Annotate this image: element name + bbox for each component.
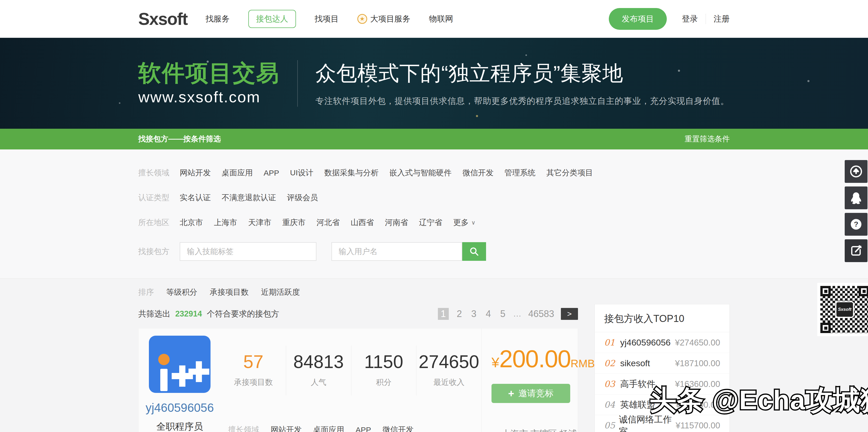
filter-condition-bar: 找接包方——按条件筛选 重置筛选条件 <box>0 129 868 149</box>
nav-item-contractors-active[interactable]: 接包达人 <box>248 10 296 28</box>
page-3[interactable]: 3 <box>470 308 478 319</box>
qq-contact-button[interactable] <box>845 186 867 209</box>
filter-option-region[interactable]: 北京市 <box>180 217 203 228</box>
top10-row[interactable]: 05 诚信网络工作室 ¥115700.00 <box>595 415 730 432</box>
stat-label: 人气 <box>286 377 351 388</box>
filter-label: 认证类型 <box>138 192 180 203</box>
sort-option[interactable]: 等级积分 <box>166 287 197 298</box>
feedback-button[interactable] <box>845 239 867 262</box>
register-link[interactable]: 注册 <box>714 13 730 24</box>
filter-option-skill[interactable]: 其它分类项目 <box>547 167 593 178</box>
hero-divider <box>297 60 298 107</box>
filter-option-region[interactable]: 河南省 <box>385 217 408 228</box>
count-prefix: 共筛选出 <box>138 309 170 318</box>
region-more-link[interactable]: 更多 ∨ <box>453 217 475 228</box>
next-page-button[interactable]: > <box>561 308 578 320</box>
arrow-up-circle-icon <box>849 165 863 178</box>
page-last[interactable]: 46583 <box>528 308 554 319</box>
filter-bar-title: 找接包方——按条件筛选 <box>138 134 221 144</box>
hero-brand-block: 软件项目交易 www.sxsoft.com <box>138 61 280 106</box>
filter-option-cert[interactable]: 评级会员 <box>287 192 318 203</box>
result-count-number: 232914 <box>175 309 202 318</box>
income-amount: ¥116200.00 <box>676 400 720 410</box>
top10-list: 01 yj460596056 ¥274650.00 02 sikesoft ¥1… <box>595 332 730 432</box>
page-2[interactable]: 2 <box>456 308 463 319</box>
more-label: 更多 <box>453 217 469 228</box>
search-button[interactable] <box>462 242 486 261</box>
stat: 1150 积分 <box>351 345 416 396</box>
avatar[interactable] <box>149 336 211 393</box>
nav-item-label: 大项目服务 <box>370 13 410 24</box>
filter-option-skill[interactable]: 嵌入式与智能硬件 <box>390 167 452 178</box>
skill-tag[interactable]: APP <box>355 426 371 432</box>
stats-row: 57 承接项目数 84813 人气 1150 积分 <box>221 345 482 396</box>
login-link[interactable]: 登录 <box>682 13 698 24</box>
back-to-top-button[interactable] <box>845 160 867 183</box>
reset-filters-link[interactable]: 重置筛选条件 <box>685 134 730 144</box>
search-icon <box>469 247 479 256</box>
skill-tag[interactable]: 桌面应用 <box>313 425 344 432</box>
invite-bid-button[interactable]: + 邀请竞标 <box>492 384 570 403</box>
filter-option-skill[interactable]: UI设计 <box>290 167 313 178</box>
rank-number: 01 <box>604 337 620 347</box>
publish-project-button[interactable]: 发布项目 <box>609 8 667 30</box>
sort-options: 等级积分承接项目数近期活跃度 <box>166 287 300 298</box>
rank-number: 02 <box>604 358 620 368</box>
nav-item-find-projects[interactable]: 找项目 <box>315 13 339 24</box>
nav-item-big-project-services[interactable]: ★ 大项目服务 <box>358 13 410 24</box>
hero-site-url: www.sxsoft.com <box>138 88 280 106</box>
count-suffix: 个符合要求的接包方 <box>207 309 279 318</box>
username-search-group <box>332 242 486 261</box>
stat-label: 承接项目数 <box>221 377 286 388</box>
sort-option[interactable]: 近期活跃度 <box>261 287 300 298</box>
filter-option-region[interactable]: 上海市 <box>214 217 237 228</box>
filter-option-skill[interactable]: 管理系统 <box>504 167 535 178</box>
stat-value: 57 <box>221 353 286 371</box>
page-1-active[interactable]: 1 <box>438 308 449 320</box>
skill-tag-input[interactable] <box>180 242 316 261</box>
contractor-role: 全职程序员 <box>156 420 203 432</box>
filter-option-region[interactable]: 山西省 <box>351 217 374 228</box>
filter-option-skill[interactable]: 网站开发 <box>180 167 211 178</box>
filter-option-region[interactable]: 天津市 <box>248 217 271 228</box>
filter-option-region[interactable]: 河北省 <box>316 217 340 228</box>
skill-tag[interactable]: 微信开发 <box>382 425 413 432</box>
stat-label: 最近收入 <box>416 377 482 388</box>
currency-symbol: ¥ <box>492 354 499 370</box>
filter-option-cert[interactable]: 实名认证 <box>180 192 211 203</box>
top10-sidebar: 接包方收入TOP10 01 yj460596056 ¥274650.00 02 … <box>594 304 730 432</box>
income-amount: ¥274650.00 <box>675 338 720 347</box>
contractor-skills-row: 擅长领域 网站开发桌面应用APP微信开发 <box>221 425 482 432</box>
top10-row[interactable]: 04 英雄联盟 ¥116200.00 <box>595 395 730 415</box>
top10-row[interactable]: 02 sikesoft ¥187100.00 <box>595 353 730 374</box>
filter-option-skill[interactable]: 数据采集与分析 <box>324 167 379 178</box>
stat-value: 1150 <box>351 353 416 371</box>
username-input[interactable] <box>332 242 462 261</box>
filter-option-skill[interactable]: APP <box>264 168 279 177</box>
rank-number: 03 <box>604 379 620 389</box>
filter-option-skill[interactable]: 桌面应用 <box>222 167 253 178</box>
hero-slogan-block: 众包模式下的“独立程序员”集聚地 专注软件项目外包，提供项目供求信息，帮助更多优… <box>315 60 729 107</box>
cert-options: 实名认证不满意退款认证评级会员 <box>180 192 318 203</box>
contractor-card: yj460596056 全职程序员 57 承接项目数 <box>138 328 578 432</box>
hero-title: 软件项目交易 <box>138 61 280 86</box>
page-5[interactable]: 5 <box>499 308 507 319</box>
top10-row[interactable]: 01 yj460596056 ¥274650.00 <box>595 332 730 353</box>
top10-row[interactable]: 03 高手软件 ¥163600.00 <box>595 374 730 395</box>
nav-item-iot[interactable]: 物联网 <box>429 13 453 24</box>
contractor-username-link[interactable]: yj460596056 <box>146 401 214 415</box>
filter-option-skill[interactable]: 微信开发 <box>463 167 494 178</box>
filter-option-region[interactable]: 辽宁省 <box>419 217 442 228</box>
sort-option[interactable]: 承接项目数 <box>210 287 249 298</box>
main-nav: 找服务 接包达人 找项目 ★ 大项目服务 物联网 <box>206 10 453 28</box>
filter-option-cert[interactable]: 不满意退款认证 <box>222 192 276 203</box>
contractor-stats-block: 57 承接项目数 84813 人气 1150 积分 <box>221 336 482 432</box>
page-4[interactable]: 4 <box>485 308 492 319</box>
site-logo[interactable]: Sxsoft <box>138 9 187 29</box>
filter-option-region[interactable]: 重庆市 <box>282 217 306 228</box>
invite-bid-label: 邀请竞标 <box>519 388 554 399</box>
help-button[interactable]: ? <box>845 213 867 236</box>
question-circle-icon: ? <box>849 218 863 231</box>
nav-item-find-services[interactable]: 找服务 <box>206 13 230 24</box>
skill-tag[interactable]: 网站开发 <box>271 425 302 432</box>
